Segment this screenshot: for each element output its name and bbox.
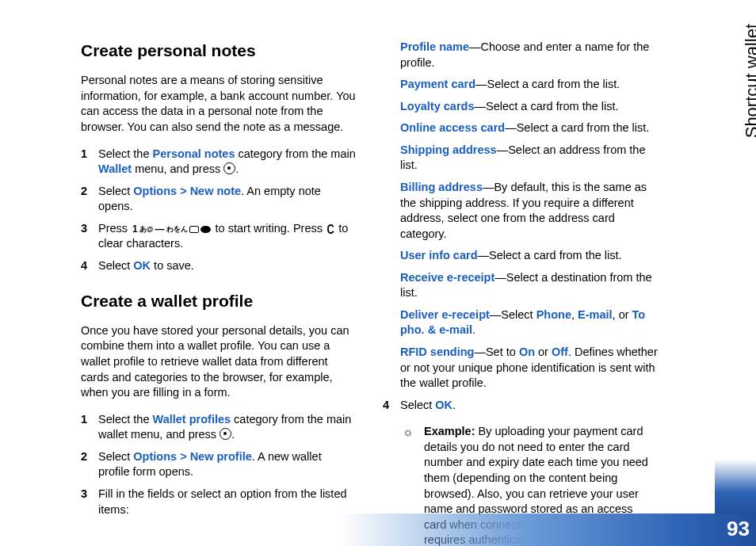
field-online-access-card: Online access card—Select a card from th… [400,120,658,136]
page-number: 93 [727,515,750,543]
intro-personal-notes: Personal notes are a means of storing se… [81,73,356,135]
tip-label: Example: [424,425,475,437]
field-shipping-address: Shipping address—Select an address from … [400,143,658,174]
right-column: Profile name—Choose and enter a name for… [383,40,658,546]
numeric-keys-icon: 1あ@—わをん [131,224,212,234]
link-ok: OK [133,259,151,272]
page-body: Create personal notes Personal notes are… [0,0,689,546]
field-loyalty-cards: Loyalty cards—Select a card from the lis… [400,99,658,115]
link-wallet-profiles: Wallet profiles [153,413,231,426]
link-personal-notes: Personal notes [153,147,235,160]
field-billing-address: Billing address—By default, this is the … [400,180,658,242]
clear-key-icon: C [327,226,334,234]
profile-step-4: Select OK. [383,398,658,414]
field-rfid-sending: RFID sending—Set to On or Off. Defines w… [400,345,658,391]
select-key-icon [220,428,231,440]
field-profile-name: Profile name—Choose and enter a name for… [400,40,658,71]
steps-wallet-profile-continued: Select OK. [383,398,658,414]
step-3: Press 1あ@—わをん to start writing. Press C … [81,221,356,252]
profile-fields-list: Profile name—Choose and enter a name for… [383,40,658,391]
left-column: Create personal notes Personal notes are… [81,40,356,546]
step-4: Select OK to save. [81,258,356,274]
heading-create-personal-notes: Create personal notes [81,40,356,62]
profile-step-1: Select the Wallet profiles category from… [81,412,356,443]
profile-step-2: Select Options > New profile. A new wall… [81,449,356,480]
field-user-info-card: User info card—Select a card from the li… [400,248,658,264]
intro-wallet-profile: Once you have stored your personal detai… [81,323,356,401]
step-2: Select Options > New note. An empty note… [81,184,356,215]
section-tab: Shortcut wallet [740,24,756,138]
select-key-icon [223,162,235,174]
link-options-new-profile: Options > New profile [133,450,251,463]
link-ok: OK [435,399,452,411]
field-receive-ereceipt: Receive e-receipt—Select a destination f… [400,270,658,301]
field-payment-card: Payment card—Select a card from the list… [400,77,658,93]
link-wallet: Wallet [98,162,132,175]
link-options-new-note: Options > New note [133,185,241,197]
field-deliver-ereceipt: Deliver e-receipt—Select Phone, E-mail, … [400,307,658,338]
steps-wallet-profile: Select the Wallet profiles category from… [81,412,356,517]
side-decoration [715,460,756,514]
footer-decoration [0,514,756,546]
heading-create-wallet-profile: Create a wallet profile [81,290,356,312]
step-1: Select the Personal notes category from … [81,147,356,178]
steps-personal-notes: Select the Personal notes category from … [81,147,356,274]
